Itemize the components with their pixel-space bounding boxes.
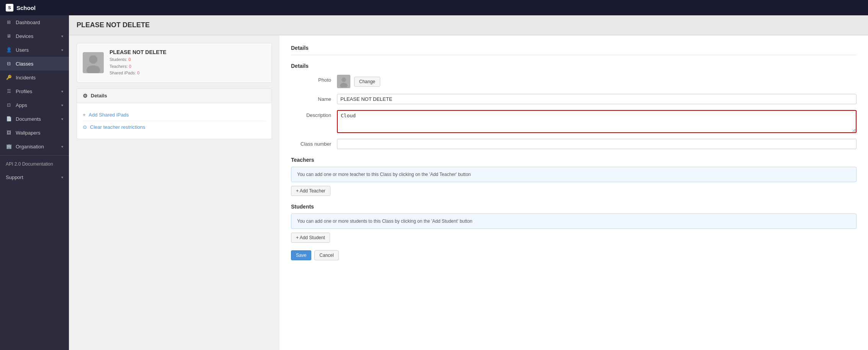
sidebar-label-incidents: Incidents: [16, 75, 36, 81]
sidebar-label-devices: Devices: [16, 33, 33, 39]
chevron-icon: ▾: [61, 48, 63, 52]
change-photo-button[interactable]: Change: [354, 77, 380, 87]
sidebar-item-devices[interactable]: 🖥 Devices ▾: [0, 29, 69, 43]
page-header: PLEASE NOT DELETE: [69, 15, 868, 35]
page-content: PLEASE NOT DELETE Students: 0 Teachers: …: [69, 35, 868, 350]
students-info-box: You can add one or more students to this…: [291, 214, 857, 229]
left-panel: PLEASE NOT DELETE Students: 0 Teachers: …: [69, 35, 280, 350]
sidebar-item-left: Support: [6, 174, 23, 180]
add-student-button[interactable]: + Add Student: [291, 233, 330, 243]
name-input[interactable]: [337, 94, 857, 104]
dashboard-icon: ⊞: [6, 19, 12, 25]
sidebar-item-left: ⊞ Dashboard: [6, 19, 40, 25]
profile-stat-students: Students: 0: [110, 56, 266, 63]
class-number-input[interactable]: [337, 139, 857, 149]
chevron-icon: ▾: [61, 34, 63, 38]
sidebar-item-incidents[interactable]: 🔑 Incidents: [0, 71, 69, 84]
profile-stat-teachers: Teachers: 0: [110, 63, 266, 70]
teachers-info-box: You can add one or more teacher to this …: [291, 167, 857, 182]
topbar: S School: [0, 0, 868, 15]
sidebar-item-apps[interactable]: ⊡ Apps ▾: [0, 98, 69, 112]
description-label: Description: [291, 110, 337, 118]
photo-label: Photo: [291, 75, 337, 83]
photo-person-icon: [338, 76, 350, 87]
content-area: PLEASE NOT DELETE PLEASE NOT DELETE S: [69, 15, 868, 350]
api-docs-label: API 2.0 Documentation: [6, 161, 53, 167]
svg-point-2: [342, 77, 346, 82]
sidebar-item-organisation[interactable]: 🏢 Organisation ▾: [0, 140, 69, 153]
clear-teacher-restrictions-action[interactable]: ⊙ Clear teacher restrictions: [83, 121, 266, 133]
sidebar-item-classes[interactable]: ⊟ Classes: [0, 57, 69, 71]
sidebar-item-profiles[interactable]: ☰ Profiles ▾: [0, 84, 69, 98]
apps-icon: ⊡: [6, 102, 12, 108]
sidebar-item-left: 📄 Documents: [6, 116, 41, 122]
right-panel-title: Details: [291, 45, 857, 55]
avatar: [83, 52, 104, 73]
main-layout: ⊞ Dashboard 🖥 Devices ▾ 👤 Users ▾ ⊟ Clas…: [0, 15, 868, 350]
add-teacher-button[interactable]: + Add Teacher: [291, 186, 330, 196]
students-section: Students You can add one or more student…: [291, 204, 857, 243]
details-header-icon: ⚙: [83, 93, 88, 99]
sidebar-item-left: ⊟ Classes: [6, 61, 33, 67]
teachers-title: Teachers: [291, 157, 857, 163]
sidebar-label-wallpapers: Wallpapers: [16, 130, 41, 136]
documents-icon: 📄: [6, 116, 12, 122]
sidebar-item-support[interactable]: Support ▾: [0, 171, 69, 184]
add-shared-ipads-icon: +: [83, 112, 86, 118]
teachers-section: Teachers You can add one or more teacher…: [291, 157, 857, 196]
svg-point-0: [89, 56, 98, 64]
profile-info: PLEASE NOT DELETE Students: 0 Teachers: …: [110, 49, 266, 77]
details-body: + Add Shared iPads ⊙ Clear teacher restr…: [77, 103, 271, 139]
sidebar-item-users[interactable]: 👤 Users ▾: [0, 43, 69, 57]
chevron-icon: ▾: [61, 117, 63, 121]
photo-form-row: Photo Change: [291, 75, 857, 88]
sidebar-item-dashboard[interactable]: ⊞ Dashboard: [0, 15, 69, 29]
profiles-icon: ☰: [6, 88, 12, 94]
sidebar-item-left: 🔑 Incidents: [6, 74, 36, 81]
sidebar-label-dashboard: Dashboard: [16, 20, 40, 25]
sidebar-item-left: ☰ Profiles: [6, 88, 32, 94]
class-number-label: Class number: [291, 139, 337, 147]
app-logo: S School: [6, 4, 36, 12]
sidebar-label-organisation: Organisation: [16, 144, 44, 150]
support-label: Support: [6, 174, 23, 180]
cancel-button[interactable]: Cancel: [314, 250, 338, 260]
students-title: Students: [291, 204, 857, 210]
form-actions: Save Cancel: [291, 250, 857, 260]
sidebar-item-wallpapers[interactable]: 🖼 Wallpapers: [0, 126, 69, 140]
person-icon: [83, 52, 104, 73]
form-section-title: Details: [291, 63, 857, 69]
profile-stat-shared-ipads: Shared iPads: 0: [110, 70, 266, 77]
page-title: PLEASE NOT DELETE: [77, 21, 860, 29]
sidebar-label-documents: Documents: [16, 116, 41, 122]
chevron-icon: ▾: [61, 175, 63, 179]
photo-thumb: [337, 75, 350, 88]
profile-name: PLEASE NOT DELETE: [110, 49, 266, 55]
photo-row: Change: [337, 75, 380, 88]
svg-point-3: [340, 83, 348, 87]
name-form-row: Name: [291, 94, 857, 104]
sidebar-item-left: 🏢 Organisation: [6, 143, 44, 150]
chevron-icon: ▾: [61, 89, 63, 94]
details-section: ⚙ Details + Add Shared iPads ⊙ Clear tea…: [77, 89, 272, 139]
sidebar-label-classes: Classes: [16, 61, 33, 67]
logo-icon: S: [6, 4, 13, 12]
sidebar: ⊞ Dashboard 🖥 Devices ▾ 👤 Users ▾ ⊟ Clas…: [0, 15, 69, 350]
add-shared-ipads-label: Add Shared iPads: [89, 112, 129, 118]
save-button[interactable]: Save: [291, 250, 311, 260]
devices-icon: 🖥: [6, 33, 12, 39]
description-textarea[interactable]: Cloud: [337, 110, 857, 133]
sidebar-divider: [0, 155, 69, 156]
sidebar-label-apps: Apps: [16, 102, 27, 108]
sidebar-item-documents[interactable]: 📄 Documents ▾: [0, 112, 69, 126]
add-shared-ipads-action[interactable]: + Add Shared iPads: [83, 109, 266, 121]
clear-teacher-restrictions-label: Clear teacher restrictions: [90, 124, 145, 130]
sidebar-item-left: ⊡ Apps: [6, 102, 27, 108]
name-label: Name: [291, 94, 337, 102]
sidebar-label-users: Users: [16, 47, 29, 53]
classes-icon: ⊟: [6, 61, 12, 67]
sidebar-api-docs[interactable]: API 2.0 Documentation: [0, 158, 69, 171]
sidebar-item-left: 🖼 Wallpapers: [6, 130, 41, 136]
users-icon: 👤: [6, 47, 12, 53]
organisation-icon: 🏢: [6, 143, 12, 150]
